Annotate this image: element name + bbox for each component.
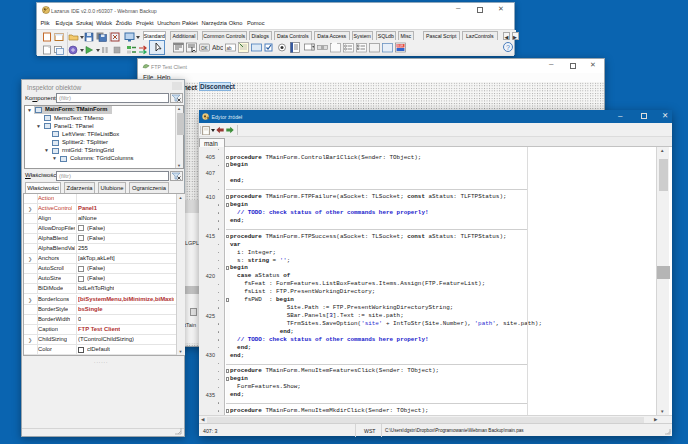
svg-text:Abc: Abc — [212, 44, 223, 51]
svg-text:BGR: BGR — [397, 44, 404, 48]
svg-text:OK: OK — [201, 46, 208, 51]
svg-text:ab: ab — [227, 46, 233, 51]
